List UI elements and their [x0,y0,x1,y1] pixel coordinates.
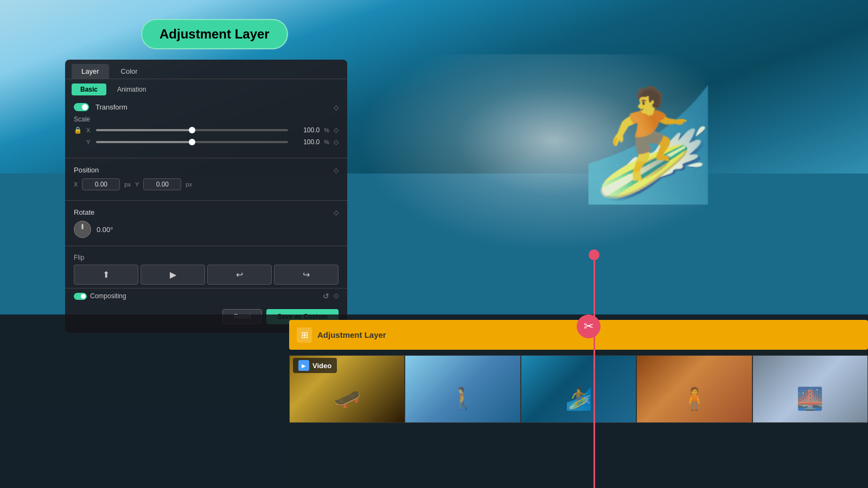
cut-tool-icon[interactable]: ✂ [577,314,601,338]
playhead-line [593,260,595,488]
video-track: 🛹 🚶 🏄 🧍 🌉 [289,355,868,423]
video-thumb-4: 🧍 [636,355,752,423]
scale-y-value[interactable]: 100.0 [292,138,320,146]
scale-y-row: 🔒 Y 100.0 % ◇ [74,138,339,146]
scale-x-fill [96,129,192,131]
position-section: Position ◇ X px Y px [65,163,347,196]
compositing-section: Compositing ↺ ◇ [65,288,347,304]
flip-btn-3[interactable]: ↩ [207,265,272,285]
pos-y-input[interactable] [143,178,181,190]
scale-y-keyframe-icon[interactable]: ◇ [334,138,339,146]
tab-layer[interactable]: Layer [72,64,109,79]
pos-x-label: X [74,181,78,188]
flip-label: Flip [74,254,339,261]
compositing-keyframe-icon[interactable]: ◇ [334,292,339,300]
flip-btn-4[interactable]: ↪ [274,265,339,285]
surfer-preview: 🏄 [515,54,760,298]
video-track-label: Video [312,362,331,370]
pos-y-unit: px [186,181,192,188]
subtab-basic[interactable]: Basic [72,84,106,95]
scale-x-keyframe-icon[interactable]: ◇ [334,126,339,134]
divider-3 [65,246,347,246]
transform-toggle[interactable] [74,103,89,111]
adjustment-track-label: Adjustment Layer [317,330,386,339]
divider-1 [65,158,347,158]
rotate-section: Rotate ◇ [65,205,347,241]
playhead-head [589,249,599,260]
rotate-label: Rotate [74,208,94,216]
divider-2 [65,200,347,201]
playhead[interactable] [589,249,599,488]
video-thumb-2: 🚶 [405,355,520,423]
scale-lock-icon[interactable]: 🔒 [74,126,82,134]
position-keyframe-icon[interactable]: ◇ [334,166,339,174]
compositing-reset-icon[interactable]: ↺ [323,292,329,300]
thumb-figure-4: 🧍 [681,386,708,412]
rotate-input[interactable] [97,226,129,234]
scale-y-label: Y [86,139,92,145]
flip-btn-1[interactable]: ⬆ [74,265,138,285]
tab-color[interactable]: Color [111,64,148,79]
flip-btn-2[interactable]: ▶ [141,265,205,285]
scale-x-thumb[interactable] [189,127,195,133]
properties-panel: Layer Color Basic Animation Transform ◇ … [65,60,347,333]
timeline: ⊞ Adjustment Layer 🛹 🚶 🏄 🧍 🌉 ▶ Video [0,314,868,488]
pos-x-input[interactable] [82,178,120,190]
scale-y-fill [96,141,192,143]
scale-x-label: X [86,127,92,133]
scale-x-slider[interactable] [96,129,288,131]
video-track-icon: ▶ [298,360,309,371]
video-track-badge: ▶ Video [293,358,337,373]
scale-x-row: 🔒 X 100.0 % ◇ [74,126,339,134]
transform-header-left: Transform [74,103,127,111]
rotate-keyframe-icon[interactable]: ◇ [334,209,339,216]
flip-section: Flip ⬆ ▶ ↩ ↪ [65,251,347,288]
pos-x-unit: px [124,181,131,188]
scale-label: Scale [74,115,339,123]
transform-header: Transform ◇ [74,103,339,111]
video-thumb-5: 🌉 [752,355,868,423]
video-thumb-3: 🏄 [521,355,636,423]
scale-y-unit: % [324,139,329,145]
scale-y-slider[interactable] [96,141,288,143]
position-row: X px Y px [74,178,339,190]
compositing-toggle[interactable] [74,293,87,300]
subtab-animation[interactable]: Animation [108,84,155,95]
thumb-figure-2: 🚶 [449,386,476,412]
adjustment-layer-badge: Adjustment Layer [141,19,288,49]
thumb-figure-1: 🛹 [334,386,361,412]
surfer-figure: 🏄 [580,81,716,209]
adjustment-track-icon: ⊞ [297,328,312,343]
compositing-left: Compositing [74,292,126,300]
pos-y-label: Y [135,181,139,188]
transform-label: Transform [95,103,127,111]
scale-y-thumb[interactable] [189,139,195,145]
scale-x-unit: % [324,127,329,133]
scale-x-value[interactable]: 100.0 [292,126,320,134]
transform-keyframe-icon[interactable]: ◇ [334,104,339,111]
compositing-label: Compositing [90,292,126,300]
thumb-figure-5: 🌉 [796,386,824,412]
rotate-header: Rotate ◇ [74,208,339,216]
position-header: Position ◇ [74,166,339,174]
rotate-controls [74,221,339,238]
compositing-icons: ↺ ◇ [323,292,339,300]
panel-sub-tab-bar: Basic Animation [65,79,347,100]
panel-tab-bar: Layer Color [65,60,347,79]
position-label: Position [74,166,99,174]
transform-section: Transform ◇ Scale 🔒 X 100.0 % ◇ 🔒 Y [65,100,347,153]
flip-buttons: ⬆ ▶ ↩ ↪ [74,265,339,285]
rotate-dial[interactable] [74,221,91,238]
